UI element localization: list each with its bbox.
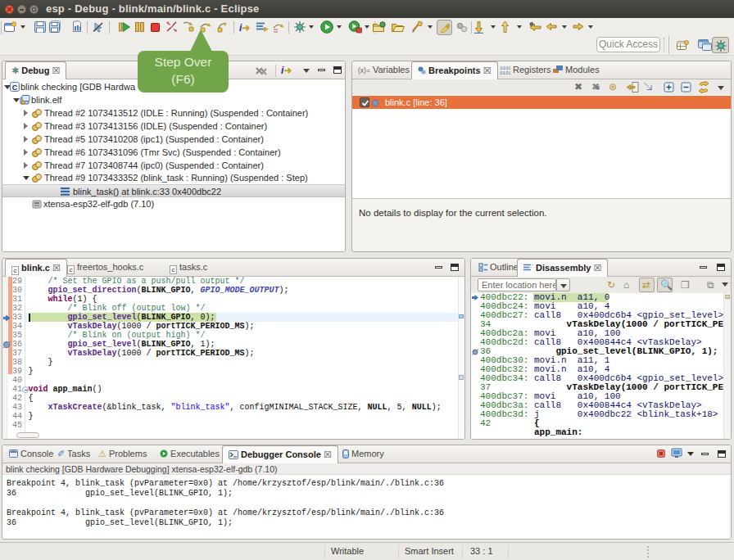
svg-text:C: C [12, 84, 18, 92]
svg-text:0101: 0101 [500, 70, 510, 75]
